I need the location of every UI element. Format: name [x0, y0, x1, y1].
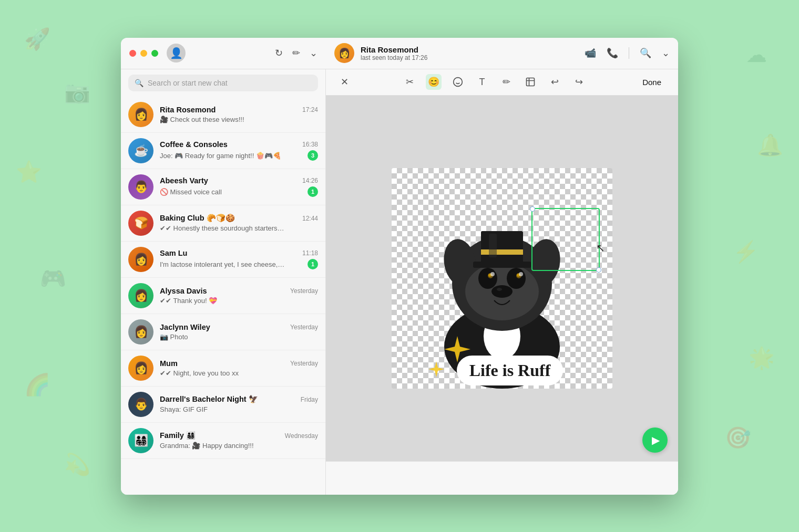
chat-preview-mum: ✔✔ Night, love you too xx: [160, 369, 239, 377]
search-input[interactable]: [148, 79, 312, 87]
svg-point-0: [454, 78, 463, 87]
chat-preview-row-abeesh: 🚫 Missed voice call 1: [160, 186, 318, 197]
chat-name-row-darrell: Darrell's Bachelor Night 🦅 Friday: [160, 395, 318, 404]
refresh-icon[interactable]: ↻: [275, 47, 283, 59]
chat-info-rita: Rita Rosemond 17:24 🎥 Check out these vi…: [160, 106, 318, 123]
chat-time-darrell: Friday: [301, 396, 318, 403]
voice-call-icon[interactable]: 📞: [607, 47, 618, 59]
chat-item-family[interactable]: 👨‍👩‍👧‍👦 Family 👨‍👩‍👧‍👦 Wednesday Grandma…: [121, 423, 325, 459]
chat-avatar-alyssa: 👩: [128, 283, 153, 308]
chat-item-sam[interactable]: 👩 Sam Lu 11:18 I'm lactose intolerant ye…: [121, 242, 325, 278]
chat-header-actions: 📹 📞 🔍 ⌄: [585, 47, 670, 59]
chat-info-mum: Mum Yesterday ✔✔ Night, love you too xx: [160, 359, 318, 377]
svg-point-13: [478, 268, 497, 289]
chat-preview-row-darrell: Shaya: GIF GIF: [160, 405, 318, 413]
chat-name-row-sam: Sam Lu 11:18: [160, 249, 318, 257]
chat-time-mum: Yesterday: [290, 360, 318, 367]
chat-preview-row-jaclynn: 📷 Photo: [160, 333, 318, 341]
chevron-down-icon[interactable]: ⌄: [310, 47, 317, 59]
chat-time-abeesh: 14:26: [302, 177, 318, 184]
done-button[interactable]: Done: [636, 75, 668, 90]
selection-handle-top-left[interactable]: [530, 206, 535, 212]
undo-icon[interactable]: ↩: [547, 74, 562, 90]
chat-preview-alyssa: ✔✔ Thank you! 💝: [160, 297, 217, 305]
chat-name-coffee: Coffee & Consoles: [160, 140, 228, 149]
chat-info-jaclynn: Jaclynn Wiley Yesterday 📷 Photo: [160, 323, 318, 341]
chat-name-row-rita: Rita Rosemond 17:24: [160, 106, 318, 114]
chat-preview-jaclynn: 📷 Photo: [160, 333, 188, 341]
chat-item-abeesh[interactable]: 👨 Abeesh Varty 14:26 🚫 Missed voice call…: [121, 169, 325, 205]
traffic-lights: [129, 50, 158, 57]
cut-icon[interactable]: ✂: [402, 74, 417, 90]
sticker-editor: Life is Ruff ↖: [326, 96, 678, 461]
chat-preview-rita: 🎥 Check out these views!!!: [160, 116, 244, 123]
chat-preview-row-family: Grandma: 🎥 Happy dancing!!!: [160, 442, 318, 450]
more-options-icon[interactable]: ⌄: [662, 47, 670, 59]
chat-time-sam: 11:18: [302, 249, 318, 257]
chat-header-name: Rita Rosemond: [361, 45, 585, 54]
svg-point-19: [490, 272, 495, 276]
chat-preview-baking: ✔✔ Honestly these sourdough starters are…: [160, 224, 286, 232]
text-tool-icon[interactable]: T: [474, 74, 490, 90]
crop-icon[interactable]: [523, 74, 538, 90]
main-content: 🔍 👩 Rita Rosemond 17:24 🎥 Check out thes…: [121, 69, 678, 495]
emoji-icon[interactable]: 😊: [426, 74, 442, 90]
chat-list: 👩 Rita Rosemond 17:24 🎥 Check out these …: [121, 97, 325, 495]
minimize-button[interactable]: [140, 50, 147, 57]
chat-item-alyssa[interactable]: 👩 Alyssa Davis Yesterday ✔✔ Thank you! 💝: [121, 278, 325, 314]
chat-name-baking: Baking Club 🥐🍞🍪: [160, 214, 235, 223]
chat-preview-row-baking: ✔✔ Honestly these sourdough starters are…: [160, 224, 318, 232]
chat-name-row-abeesh: Abeesh Varty 14:26: [160, 176, 318, 185]
chat-name-jaclynn: Jaclynn Wiley: [160, 323, 210, 331]
chat-avatar-abeesh: 👨: [128, 174, 153, 200]
maximize-button[interactable]: [151, 50, 158, 57]
close-button[interactable]: [129, 50, 136, 57]
chat-avatar-sam: 👩: [128, 247, 153, 272]
chat-preview-row-coffee: Joe: 🎮 Ready for game night!! 🍿🎮🍕 3: [160, 150, 318, 161]
compose-icon[interactable]: ✏: [292, 47, 300, 59]
chat-name-rita: Rita Rosemond: [160, 106, 216, 114]
chat-item-darrell[interactable]: 👨 Darrell's Bachelor Night 🦅 Friday Shay…: [121, 387, 325, 423]
chat-name-row-jaclynn: Jaclynn Wiley Yesterday: [160, 323, 318, 331]
svg-point-21: [491, 285, 513, 298]
unread-badge-sam: 1: [308, 259, 318, 269]
redo-icon[interactable]: ↪: [571, 74, 587, 90]
search-chat-icon[interactable]: 🔍: [640, 47, 651, 59]
chat-info-sam: Sam Lu 11:18 I'm lactose intolerant yet,…: [160, 249, 318, 269]
chat-info-darrell: Darrell's Bachelor Night 🦅 Friday Shaya:…: [160, 395, 318, 413]
user-avatar[interactable]: 👤: [167, 44, 186, 62]
sidebar: 🔍 👩 Rita Rosemond 17:24 🎥 Check out thes…: [121, 69, 326, 495]
chat-time-jaclynn: Yesterday: [290, 324, 318, 331]
editor-toolbar: ✕ ✂ 😊 T ✏: [326, 69, 678, 96]
video-call-icon[interactable]: 📹: [585, 47, 596, 59]
header-divider: [629, 47, 629, 59]
chat-preview-row-alyssa: ✔✔ Thank you! 💝: [160, 297, 318, 305]
draw-icon[interactable]: ✏: [498, 74, 514, 90]
chat-item-jaclynn[interactable]: 👩 Jaclynn Wiley Yesterday 📷 Photo: [121, 314, 325, 350]
selection-handle-bottom-right[interactable]: [596, 267, 601, 273]
title-bar: 👤 ↻ ✏ ⌄ 👩 Rita Rosemond last seen today …: [121, 38, 678, 69]
chat-time-alyssa: Yesterday: [290, 287, 318, 295]
chat-item-rita[interactable]: 👩 Rita Rosemond 17:24 🎥 Check out these …: [121, 97, 325, 133]
chat-avatar-darrell: 👨: [128, 392, 153, 417]
chat-preview-sam: I'm lactose intolerant yet, I see cheese…: [160, 260, 286, 268]
chat-avatar-jaclynn: 👩: [128, 319, 153, 345]
avatar-icon: 👤: [170, 47, 183, 59]
svg-rect-26: [489, 234, 497, 257]
send-icon: ▶: [652, 434, 660, 446]
pug-sticker-svg: Life is Ruff: [392, 168, 612, 389]
close-editor-icon[interactable]: ✕: [336, 74, 352, 90]
chat-area: ✕ ✂ 😊 T ✏: [326, 69, 678, 495]
sparkle-selection-box[interactable]: [531, 208, 600, 271]
chat-preview-family: Grandma: 🎥 Happy dancing!!!: [160, 442, 254, 450]
chat-header-status: last seen today at 17:26: [361, 54, 585, 61]
chat-item-mum[interactable]: 👩 Mum Yesterday ✔✔ Night, love you too x…: [121, 350, 325, 387]
send-button[interactable]: ▶: [642, 427, 668, 453]
sticker-tool-icon[interactable]: [450, 74, 466, 90]
svg-point-20: [519, 272, 523, 276]
app-window: 👤 ↻ ✏ ⌄ 👩 Rita Rosemond last seen today …: [121, 38, 678, 495]
chat-info-abeesh: Abeesh Varty 14:26 🚫 Missed voice call 1: [160, 176, 318, 197]
chat-item-baking[interactable]: 🍞 Baking Club 🥐🍞🍪 12:44 ✔✔ Honestly thes…: [121, 205, 325, 242]
chat-item-coffee[interactable]: ☕ Coffee & Consoles 16:38 Joe: 🎮 Ready f…: [121, 133, 325, 169]
chat-preview-darrell: Shaya: GIF GIF: [160, 405, 208, 413]
